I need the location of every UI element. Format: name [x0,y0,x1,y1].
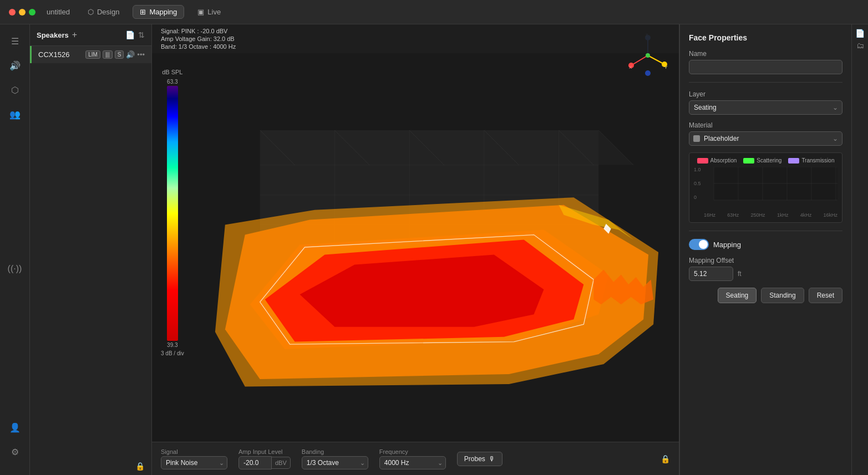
name-field-group: Name [689,50,842,74]
3d-visualization [185,63,673,436]
offset-row: ft [689,267,842,281]
divider-2 [689,231,842,231]
banding-select-wrapper: 1/3 Octave 1/1 Octave Broadband [302,456,368,469]
standing-button[interactable]: Standing [761,288,804,303]
right-panel: Face Properties Name Layer Seating Floor… [679,24,851,475]
spl-div-info: 3 dB / div [161,350,184,356]
archive-panel-icon[interactable]: 🗂 [854,41,866,50]
layer-label: Layer [689,90,842,98]
sidebar-item-settings[interactable]: ⚙ [5,442,25,462]
close-button[interactable] [9,9,16,16]
toggle-knob [699,240,708,249]
face-properties-section: Face Properties Name [689,33,842,74]
amp-unit: dBV [272,457,291,469]
add-speaker-button[interactable]: + [72,30,77,40]
sidebar-item-cube[interactable]: ⬡ [5,80,25,100]
cube-icon: ⬡ [88,8,94,16]
users-icon: 👥 [9,109,21,120]
account-icon: 👤 [9,422,21,433]
menu-icon: ☰ [11,36,19,47]
frequency-control-group: Frequency 4000 Hz 2000 Hz 1000 Hz [379,448,446,469]
signal-control-group: Signal Pink Noise White Noise Sweep [161,448,227,469]
chart-y-labels: 1.0 0.5 0 [694,167,701,200]
frequency-select[interactable]: 4000 Hz 2000 Hz 1000 Hz [379,456,446,469]
scattering-legend: Scattering [743,157,781,164]
tab-live[interactable]: ▣ Live [191,6,227,18]
sidebar-item-users[interactable]: 👥 [5,104,25,124]
amp-input[interactable] [238,456,272,469]
chart-container: 1.0 0.5 0 [694,167,837,211]
absorption-color [697,158,708,164]
tab-design[interactable]: ⬡ Design [81,6,126,18]
y-label-bot: 0 [694,195,701,200]
mapping-offset-input[interactable] [689,267,733,281]
transmission-color [788,158,799,164]
signal-select[interactable]: Pink Noise White Noise Sweep [161,456,227,469]
spl-gradient [167,86,178,341]
maximize-button[interactable] [29,9,35,16]
sidebar-item-wireless[interactable]: ((·)) [5,259,25,279]
lim-badge: LIM [85,50,100,59]
speaker-panel: Speakers + 📄 ⇅ CCX1526 LIM ||| S 🔊 ••• 🔒 [30,24,152,475]
signal-label: Signal [161,448,227,455]
mapping-toggle-label: Mapping [713,241,741,249]
mic-icon: 🎙 [489,455,495,463]
tab-mapping[interactable]: ⊞ Mapping [133,5,184,19]
scattering-label: Scattering [757,157,781,164]
probes-button[interactable]: Probes 🎙 [457,452,502,466]
grid-icon: ⊞ [140,8,146,16]
y-label-mid: 0.5 [694,181,701,186]
bottom-controls: Signal Pink Noise White Noise Sweep Amp … [152,442,679,475]
svg-point-9 [646,53,650,58]
wireless-icon: ((·)) [8,264,22,274]
svg-marker-12 [260,130,633,165]
spl-scale: dB SPL 63.3 39.3 3 dB / div [161,69,184,356]
transmission-label: Transmission [801,157,834,164]
document-panel-icon[interactable]: 📄 [854,29,866,38]
banding-control-group: Banding 1/3 Octave 1/1 Octave Broadband [302,448,368,469]
material-select[interactable]: Placeholder Concrete Wood Carpet [689,131,842,146]
x-label-16hz: 16Hz [704,212,715,218]
signal-line3: Band: 1/3 Octave : 4000 Hz [161,43,670,50]
sidebar-bottom: ((·)) [5,259,25,283]
speaker-controls: LIM ||| S 🔊 ••• [85,50,145,59]
speaker-more-icon[interactable]: ••• [137,50,145,59]
spl-top-value: 63.3 [167,79,177,85]
layer-select[interactable]: Seating Floor Ceiling Walls [689,100,842,115]
frequency-select-wrapper: 4000 Hz 2000 Hz 1000 Hz [379,456,446,469]
seating-button[interactable]: Seating [718,288,757,303]
sidebar-item-speakers[interactable]: 🔊 [5,55,25,75]
mapping-row: Mapping [689,239,842,250]
frequency-label: Frequency [379,448,446,455]
transmission-legend: Transmission [788,157,834,164]
monitor-icon: ▣ [197,8,204,16]
action-buttons: Seating Standing Reset [689,288,842,303]
titlebar: untitled ⬡ Design ⊞ Mapping ▣ Live [0,0,868,24]
name-input[interactable] [689,60,842,74]
spl-bottom-value: 39.3 [167,342,177,348]
reset-button[interactable]: Reset [809,288,842,303]
banding-select[interactable]: 1/3 Octave 1/1 Octave Broadband [302,456,368,469]
sort-icon[interactable]: ⇅ [138,30,145,39]
spl-label: dB SPL [162,69,182,75]
speaker-item[interactable]: CCX1526 LIM ||| S 🔊 ••• [30,46,151,63]
speaker-header-icons: 📄 ⇅ [125,30,145,39]
speaker-mute-icon[interactable]: 🔊 [126,50,135,59]
signal-select-wrapper: Pink Noise White Noise Sweep [161,456,227,469]
layer-field-group: Layer Seating Floor Ceiling Walls [689,90,842,115]
mapping-toggle[interactable] [689,239,709,250]
mapping-offset-group: Mapping Offset ft [689,257,842,281]
absorption-label: Absorption [710,157,737,164]
banding-label: Banding [302,448,368,455]
mapping-offset-unit: ft [738,270,742,278]
minimize-button[interactable] [19,9,26,16]
viewport-lock-icon: 🔒 [661,454,670,463]
material-select-wrapper: Placeholder Concrete Wood Carpet [689,131,842,146]
sidebar-item-account[interactable]: 👤 [5,417,25,437]
sidebar-item-menu[interactable]: ☰ [5,31,25,51]
speaker-panel-header: Speakers + 📄 ⇅ [30,24,151,46]
x-label-63hz: 63Hz [727,212,739,218]
speaker-icon: 🔊 [9,60,21,71]
traffic-lights [9,9,35,16]
document-icon[interactable]: 📄 [125,30,135,39]
